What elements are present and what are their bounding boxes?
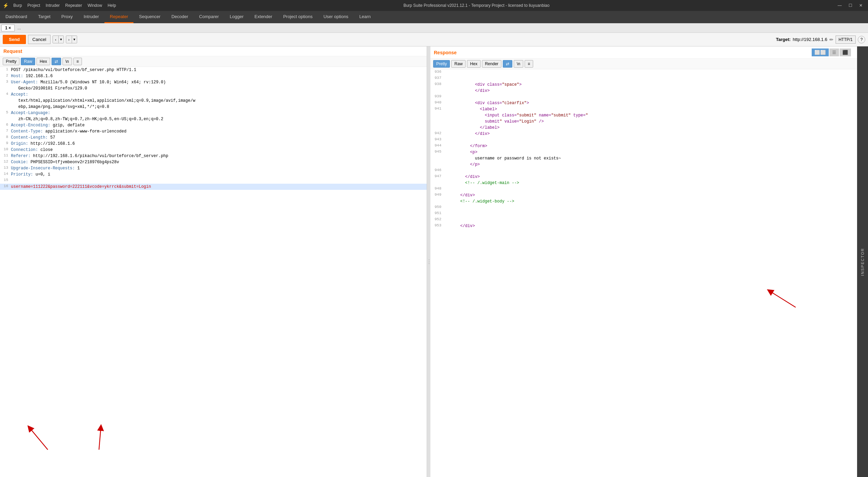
nav-tab-repeater[interactable]: Repeater bbox=[104, 11, 133, 23]
nav-tab-learn[interactable]: Learn bbox=[354, 11, 376, 23]
tab-bar: 1 × ... bbox=[0, 23, 868, 33]
request-newline-btn[interactable]: \n bbox=[62, 58, 72, 65]
menu-project[interactable]: Project bbox=[25, 2, 42, 9]
request-line-2: 2 Host: 192.168.1.6 bbox=[0, 73, 427, 79]
panel-divider[interactable]: ⋮ bbox=[427, 46, 430, 477]
nav-next-button[interactable]: › bbox=[66, 36, 72, 43]
request-line-8: 8 Content-Length: 57 bbox=[0, 135, 427, 141]
nav-prev-down-button[interactable]: ▾ bbox=[58, 36, 63, 43]
minimize-button[interactable]: — bbox=[835, 2, 844, 9]
nav-tab-target[interactable]: Target bbox=[33, 11, 56, 23]
request-line-9: 9 Origin: http://192.168.1.6 bbox=[0, 141, 427, 147]
response-code-area[interactable]: 936 937 938 <div class="space"> </div> 9… bbox=[430, 69, 857, 477]
response-menu-btn[interactable]: ≡ bbox=[525, 60, 533, 68]
close-button[interactable]: ✕ bbox=[856, 2, 865, 9]
request-panel: Request Pretty Raw Hex ⇄ \n ≡ 1 POST /pi… bbox=[0, 46, 427, 477]
nav-tab-intruder[interactable]: Intruder bbox=[78, 11, 104, 23]
target-label: Target: bbox=[776, 37, 791, 42]
request-pretty-btn[interactable]: Pretty bbox=[3, 58, 19, 65]
nav-tab-sequencer[interactable]: Sequencer bbox=[133, 11, 166, 23]
menu-window[interactable]: Window bbox=[85, 2, 104, 9]
response-line-941c: submit" value="Login" /> bbox=[430, 118, 857, 125]
request-line-4: 4 Accept: text/html,application/xhtml+xm… bbox=[0, 92, 427, 110]
tab-more[interactable]: ... bbox=[15, 25, 24, 31]
response-pretty-btn[interactable]: Pretty bbox=[433, 60, 450, 68]
nav-next-down-button[interactable]: ▾ bbox=[72, 36, 77, 43]
repeater-tab-1[interactable]: 1 × bbox=[1, 25, 15, 31]
view-single[interactable]: ⬛ bbox=[840, 48, 851, 56]
response-line-939: 939 bbox=[430, 94, 857, 100]
response-toolbar: Pretty Raw Hex Render ⇄ \n ≡ bbox=[430, 59, 857, 69]
request-raw-btn[interactable]: Raw bbox=[21, 58, 35, 65]
help-button[interactable]: ? bbox=[858, 36, 865, 43]
menu-intruder[interactable]: Intruder bbox=[44, 2, 62, 9]
inspector-sidebar[interactable]: INSPECTOR bbox=[857, 46, 868, 477]
nav-tab-proxy[interactable]: Proxy bbox=[56, 11, 78, 23]
request-line-12: 12 Cookie: PHPSESSID=tfjvmbeonv2r218976b… bbox=[0, 159, 427, 165]
response-line-941d: </label> bbox=[430, 125, 857, 131]
response-line-951: 951 bbox=[430, 211, 857, 217]
cancel-button[interactable]: Cancel bbox=[28, 35, 51, 44]
edit-target-button[interactable]: ✏ bbox=[829, 37, 834, 42]
request-autowrap-btn[interactable]: ⇄ bbox=[52, 58, 61, 65]
response-line-946: 946 bbox=[430, 168, 857, 174]
view-buttons: ⬜⬜ ☰ ⬛ bbox=[812, 48, 851, 56]
request-title: Request bbox=[3, 48, 22, 54]
request-code-area[interactable]: 1 POST /pikachu/vul/burteforce/bf_server… bbox=[0, 67, 427, 477]
response-line-938: 938 <div class="space"> bbox=[430, 82, 857, 88]
response-autowrap-btn[interactable]: ⇄ bbox=[503, 60, 512, 68]
http-version-button[interactable]: HTTP/1 bbox=[836, 36, 856, 44]
inspector-label[interactable]: INSPECTOR bbox=[859, 244, 866, 279]
response-line-942: 942 </div> bbox=[430, 131, 857, 137]
menu-repeater[interactable]: Repeater bbox=[63, 2, 84, 9]
response-line-948: 948 bbox=[430, 186, 857, 192]
request-line-6: 6 Accept-Encoding: gzip, deflate bbox=[0, 122, 427, 128]
request-toolbar: Pretty Raw Hex ⇄ \n ≡ bbox=[0, 56, 427, 67]
nav-bar: Dashboard Target Proxy Intruder Repeater… bbox=[0, 11, 868, 23]
response-newline-btn[interactable]: \n bbox=[514, 60, 523, 68]
response-line-947b: <!-- /.widget-main --> bbox=[430, 180, 857, 186]
response-hex-btn[interactable]: Hex bbox=[467, 60, 480, 68]
response-line-944: 944 </form> bbox=[430, 143, 857, 149]
response-line-952: 952 bbox=[430, 217, 857, 223]
response-line-950: 950 bbox=[430, 205, 857, 211]
target-url: http://192.168.1.6 bbox=[793, 37, 827, 42]
maximize-button[interactable]: ☐ bbox=[846, 2, 855, 9]
request-hex-btn[interactable]: Hex bbox=[37, 58, 50, 65]
nav-prev-button[interactable]: ‹ bbox=[53, 36, 58, 43]
request-line-15: 15 bbox=[0, 178, 427, 184]
request-line-11: 11 Referer: http://192.168.1.6/pikachu/v… bbox=[0, 153, 427, 159]
view-split-vertical[interactable]: ☰ bbox=[829, 48, 839, 56]
nav-tab-project-options[interactable]: Project options bbox=[278, 11, 318, 23]
response-raw-btn[interactable]: Raw bbox=[451, 60, 466, 68]
response-title: Response bbox=[434, 50, 457, 55]
request-line-5: 5 Accept-Language: zh-CN,zh;q=0.8,zh-TW;… bbox=[0, 110, 427, 122]
response-line-941b: <input class="submit" name="submit" type… bbox=[430, 112, 857, 118]
request-line-7: 7 Content-Type: application/x-www-form-u… bbox=[0, 128, 427, 135]
nav-tab-comparer[interactable]: Comparer bbox=[194, 11, 224, 23]
response-panel: Response ⬜⬜ ☰ ⬛ Pretty Raw Hex Render ⇄ … bbox=[430, 46, 857, 477]
toolbar: Send Cancel ‹ ▾ › ▾ Target: http://192.1… bbox=[0, 33, 868, 46]
nav-tab-dashboard[interactable]: Dashboard bbox=[0, 11, 33, 23]
title-bar: ⚡ Burp Project Intruder Repeater Window … bbox=[0, 0, 868, 11]
menu-help[interactable]: Help bbox=[105, 2, 118, 9]
menu-bar[interactable]: Burp Project Intruder Repeater Window He… bbox=[11, 2, 118, 9]
nav-tab-extender[interactable]: Extender bbox=[249, 11, 278, 23]
response-line-949: 949 </div> bbox=[430, 192, 857, 198]
response-line-937: 937 bbox=[430, 75, 857, 82]
view-split-horizontal[interactable]: ⬜⬜ bbox=[812, 48, 829, 56]
response-line-949b: <!-- /.widget-body --> bbox=[430, 198, 857, 205]
nav-tab-decoder[interactable]: Decoder bbox=[166, 11, 194, 23]
menu-burp[interactable]: Burp bbox=[11, 2, 24, 9]
response-render-btn[interactable]: Render bbox=[482, 60, 501, 68]
nav-tab-user-options[interactable]: User options bbox=[318, 11, 354, 23]
request-line-13: 13 Upgrade-Insecure-Requests: 1 bbox=[0, 165, 427, 171]
send-button[interactable]: Send bbox=[3, 35, 26, 44]
response-line-953: 953 </div> bbox=[430, 223, 857, 229]
response-line-943: 943 bbox=[430, 137, 857, 143]
response-line-945: 945 <p> bbox=[430, 149, 857, 155]
request-line-3: 3 User-Agent: Mozilla/5.0 (Windows NT 10… bbox=[0, 79, 427, 92]
response-line-945c: </p> bbox=[430, 162, 857, 168]
nav-tab-logger[interactable]: Logger bbox=[224, 11, 249, 23]
request-menu-btn[interactable]: ≡ bbox=[73, 58, 82, 65]
